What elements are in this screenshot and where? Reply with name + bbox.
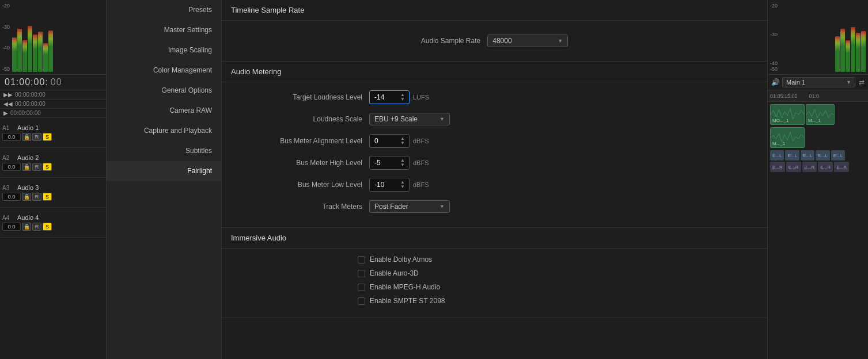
bus-meter-low-spinbox[interactable]: ▲ ▼ <box>369 178 410 192</box>
track-name-a2: Audio 2 <box>17 154 104 161</box>
track-s-btn-a2[interactable]: S <box>43 163 52 171</box>
bus-meter-low-unit: dBFS <box>413 181 429 188</box>
clip-name-m1: M..._1 <box>808 118 821 123</box>
target-loudness-input[interactable] <box>374 93 400 101</box>
settings-nav-capture-playback[interactable]: Capture and Playback <box>107 121 221 141</box>
settings-nav-camera-raw[interactable]: Camera RAW <box>107 101 221 121</box>
output-expand-icon[interactable]: ⇄ <box>859 78 865 86</box>
meter-bar <box>840 29 845 72</box>
bus-meter-high-input[interactable] <box>374 159 400 167</box>
skip-back-icon[interactable]: ◀◀ <box>3 101 13 107</box>
right-meters: -20 -30 -40-50 <box>768 0 868 75</box>
label-clip: E...R <box>770 162 785 172</box>
settings-nav-color-management[interactable]: Color Management <box>107 60 221 81</box>
enable-smpte-checkbox[interactable] <box>358 297 365 305</box>
track-vol-a3[interactable] <box>2 193 21 201</box>
audio-sample-rate-label: Audio Sample Rate <box>421 37 480 45</box>
track-lock-btn-a2[interactable]: 🔒 <box>22 163 31 171</box>
track-meters-control: Post Fader ▼ <box>369 200 450 213</box>
track-id-a1: A1 <box>2 125 15 131</box>
track-meters-dropdown[interactable]: Post Fader ▼ <box>369 200 450 213</box>
meter-bar <box>835 36 840 72</box>
timecode-frames: 00 <box>51 77 62 87</box>
spinbox-down-arrow-2[interactable]: ▼ <box>400 141 405 146</box>
settings-nav-subtitles[interactable]: Subtitles <box>107 141 221 161</box>
bus-meter-low-input[interactable] <box>374 181 400 189</box>
audio-clip-m1[interactable]: M..._1 <box>806 104 835 125</box>
spinbox-down-arrow[interactable]: ▼ <box>400 97 405 102</box>
meter-bar <box>846 40 850 72</box>
clip-name-mo1: MO..._1 <box>772 118 789 123</box>
enable-mpeg-h-checkbox[interactable] <box>358 284 365 291</box>
track-controls-a3: 🔒 R S <box>2 193 104 201</box>
track-s-btn-a3[interactable]: S <box>43 193 52 201</box>
enable-dolby-atmos-row: Enable Dolby Atmos <box>346 255 758 263</box>
spinbox-arrows-2: ▲ ▼ <box>400 136 405 146</box>
track-id-a2: A2 <box>2 155 15 161</box>
bus-meter-alignment-unit: dBFS <box>413 138 429 144</box>
track-lock-btn-a4[interactable]: 🔒 <box>22 223 31 231</box>
track-vol-a4[interactable] <box>2 223 21 231</box>
bus-meter-low-control: ▲ ▼ dBFS <box>369 178 429 192</box>
track-list: A1 Audio 1 🔒 R S A2 Audio 2 <box>0 118 106 359</box>
spinbox-down-arrow-3[interactable]: ▼ <box>400 163 405 167</box>
audio-clip-mo1[interactable]: MO..._1 <box>770 104 805 125</box>
track-r-btn-a3[interactable]: R <box>32 193 41 201</box>
bus-meter-low-row: Bus Meter Low Level ▲ ▼ dBFS <box>231 177 758 193</box>
track-vol-a2[interactable] <box>2 163 21 171</box>
track-item-a2: A2 Audio 2 🔒 R S <box>0 148 106 178</box>
settings-nav-presets[interactable]: Presets <box>107 0 221 20</box>
transport-row-2: ◀◀ 00:00:00:00 <box>0 100 106 109</box>
skip-forward-icon[interactable]: ▶▶ <box>3 91 13 98</box>
track-r-btn-a2[interactable]: R <box>32 163 41 171</box>
bus-meter-high-spinbox[interactable]: ▲ ▼ <box>369 156 410 170</box>
meter-bar <box>861 31 866 72</box>
settings-nav-general-options[interactable]: General Options <box>107 81 221 101</box>
track-s-btn-a1[interactable]: S <box>43 133 52 141</box>
loudness-scale-arrow-icon: ▼ <box>439 116 445 122</box>
enable-auro-3d-checkbox[interactable] <box>358 270 365 277</box>
loudness-scale-dropdown[interactable]: EBU +9 Scale ▼ <box>369 113 450 125</box>
spinbox-arrows: ▲ ▼ <box>400 93 405 102</box>
audio-output-select[interactable]: Main 1 ▼ <box>782 77 855 87</box>
bus-meter-alignment-input[interactable] <box>374 137 400 145</box>
bus-meter-alignment-control: ▲ ▼ dBFS <box>369 134 429 148</box>
bus-meter-alignment-spinbox[interactable]: ▲ ▼ <box>369 134 410 148</box>
timeline-ruler: 01:05:15:00 01:0 <box>768 90 868 102</box>
meter-bars-left <box>12 3 53 72</box>
enable-dolby-atmos-checkbox[interactable] <box>358 256 365 263</box>
target-loudness-spinbox[interactable]: ▲ ▼ <box>369 90 410 104</box>
audio-sample-rate-dropdown[interactable]: 48000 ▼ <box>487 35 568 47</box>
settings-nav-image-scaling[interactable]: Image Scaling <box>107 40 221 60</box>
enable-dolby-atmos-label: Enable Dolby Atmos <box>370 255 432 263</box>
track-name-a4: Audio 4 <box>17 214 104 221</box>
label-row-2: E...R E...R E...R E...R E...R <box>770 162 866 172</box>
loop-icon[interactable]: ▶ <box>3 110 8 116</box>
settings-nav-fairlight[interactable]: Fairlight <box>107 161 221 181</box>
track-r-btn-a4[interactable]: R <box>32 223 41 231</box>
enable-mpeg-h-label: Enable MPEG-H Audio <box>370 283 440 291</box>
target-loudness-row: Target Loudness Level ▲ ▼ LUFS <box>231 89 758 105</box>
spinbox-down-arrow-4[interactable]: ▼ <box>400 185 405 189</box>
track-s-btn-a4[interactable]: S <box>43 223 52 231</box>
track-lock-btn-a3[interactable]: 🔒 <box>22 193 31 201</box>
track-controls-a2: 🔒 R S <box>2 163 104 171</box>
settings-nav-master-settings[interactable]: Master Settings <box>107 20 221 40</box>
enable-smpte-row: Enable SMPTE ST 2098 <box>346 297 758 305</box>
enable-auro-3d-row: Enable Auro-3D <box>346 269 758 277</box>
track-controls-a4: 🔒 R S <box>2 223 104 231</box>
bus-meter-low-label: Bus Meter Low Level <box>231 181 369 189</box>
meter-bar <box>28 26 32 72</box>
track-meters-label: Track Meters <box>231 203 369 211</box>
track-r-btn-a1[interactable]: R <box>32 133 41 141</box>
timeline-sample-rate-header: Timeline Sample Rate <box>222 0 767 21</box>
main-content: Timeline Sample Rate Audio Sample Rate 4… <box>222 0 767 359</box>
audio-clip-m2[interactable]: M..._1 <box>770 127 805 148</box>
timeline-sample-rate-body: Audio Sample Rate 48000 ▼ <box>222 21 767 62</box>
track-lock-btn-a1[interactable]: 🔒 <box>22 133 31 141</box>
track-vol-a1[interactable] <box>2 133 21 141</box>
bus-meter-high-row: Bus Meter High Level ▲ ▼ dBFS <box>231 155 758 171</box>
timecode-display: 01:00:00: <box>5 77 48 87</box>
track-controls-a1: 🔒 R S <box>2 133 104 141</box>
immersive-audio-header: Immersive Audio <box>222 228 767 249</box>
